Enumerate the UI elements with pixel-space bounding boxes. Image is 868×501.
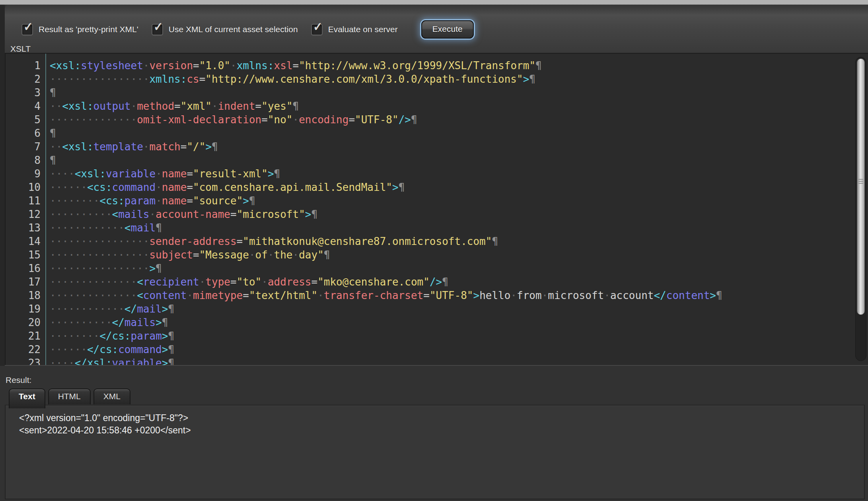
checkbox-option-2: ✓Use XML of current asset selection [152, 24, 298, 35]
checkbox-option-1: ✓Result as 'pretty-print XML' [21, 24, 138, 35]
code-text: ··············omit-xml-declaration="no"·… [45, 113, 417, 126]
line-number: 17 [6, 275, 45, 289]
code-text: ··············<recipient·type="to"·addre… [45, 275, 448, 289]
code-text: ¶ [45, 86, 56, 99]
line-number: 12 [6, 208, 45, 221]
line-number: 22 [6, 343, 45, 356]
toolbar-panel: ✓Result as 'pretty-print XML'✓Use XML of… [5, 4, 868, 53]
code-text: ····<xsl:variable·name="result-xml">¶ [45, 167, 280, 181]
checkbox[interactable]: ✓ [152, 24, 163, 35]
result-output-text: <?xml version="1.0" encoding="UTF-8"?><s… [6, 406, 864, 437]
code-line[interactable]: 20··········</mails>¶ [6, 316, 868, 329]
tab-xml[interactable]: XML [93, 388, 130, 404]
code-line[interactable]: 5··············omit-xml-declaration="no"… [6, 113, 868, 126]
result-panel: <?xml version="1.0" encoding="UTF-8"?><s… [5, 405, 865, 499]
code-line[interactable]: 14················sender-address="mithat… [6, 235, 868, 248]
line-number: 18 [6, 289, 45, 302]
line-number: 14 [6, 235, 45, 248]
checkbox-label: Result as 'pretty-print XML' [39, 25, 138, 34]
code-text: ················>¶ [45, 262, 162, 275]
checkbox-option-3: ✓Evaluate on server [311, 24, 398, 35]
result-section-label: Result: [6, 375, 31, 385]
line-number: 13 [6, 221, 45, 235]
line-number: 23 [6, 356, 45, 365]
code-text: ¶ [45, 153, 56, 167]
code-line[interactable]: 22······</cs:command>¶ [6, 343, 868, 356]
line-number: 9 [6, 167, 45, 181]
line-number: 10 [6, 181, 45, 194]
code-line[interactable]: 4··<xsl:output·method="xml"·indent="yes"… [6, 99, 868, 113]
line-number: 19 [6, 302, 45, 316]
window-top-edge [0, 0, 868, 5]
code-text: ¶ [45, 126, 56, 140]
code-text: ················subject="Message·of·the·… [45, 248, 330, 262]
line-number: 11 [6, 194, 45, 208]
checkbox-label: Use XML of current asset selection [169, 25, 298, 34]
tab-html[interactable]: HTML [48, 388, 91, 404]
line-number: 20 [6, 316, 45, 329]
line-number: 5 [6, 113, 45, 126]
xslt-section-label: XSLT [10, 44, 31, 54]
code-line[interactable]: 8¶ [6, 153, 868, 167]
line-number: 15 [6, 248, 45, 262]
editor-vertical-scrollbar[interactable] [855, 57, 866, 361]
code-line[interactable]: 9····<xsl:variable·name="result-xml">¶ [6, 167, 868, 181]
execute-button[interactable]: Execute [421, 20, 474, 39]
checkmark-icon: ✓ [313, 19, 323, 34]
code-line[interactable]: 15················subject="Message·of·th… [6, 248, 868, 262]
options-row: ✓Result as 'pretty-print XML'✓Use XML of… [21, 20, 474, 39]
line-number: 6 [6, 126, 45, 140]
code-line[interactable]: 6¶ [6, 126, 868, 140]
code-line[interactable]: 23····</xsl:variable>¶ [6, 356, 868, 365]
code-text: ··········</mails>¶ [45, 316, 168, 329]
line-number: 4 [6, 99, 45, 113]
xslt-code-editor[interactable]: 1<xsl:stylesheet·version="1.0"·xmlns:xsl… [5, 53, 868, 365]
line-number: 1 [6, 59, 45, 72]
window-left-margin [0, 0, 5, 366]
code-line[interactable]: 11········<cs:param·name="source">¶ [6, 194, 868, 208]
code-text: ················sender-address="mithatko… [45, 235, 498, 248]
code-line[interactable]: 1<xsl:stylesheet·version="1.0"·xmlns:xsl… [6, 59, 868, 72]
code-line[interactable]: 12··········<mails·account-name="microso… [6, 208, 868, 221]
code-text: ················xmlns:cs="http://www.cen… [45, 72, 535, 86]
code-text: ········<cs:param·name="source">¶ [45, 194, 255, 208]
code-line[interactable]: 18··············<content·mimetype="text/… [6, 289, 868, 302]
checkmark-icon: ✓ [23, 19, 33, 34]
line-number: 8 [6, 153, 45, 167]
checkbox[interactable]: ✓ [311, 24, 323, 35]
code-line[interactable]: 19············</mail>¶ [6, 302, 868, 316]
result-output-line: <sent>2022-04-20 15:58:46 +0200</sent> [19, 424, 860, 437]
code-text: <xsl:stylesheet·version="1.0"·xmlns:xsl=… [45, 59, 542, 72]
checkmark-icon: ✓ [154, 19, 163, 34]
code-text: ······<cs:command·name="com.censhare.api… [45, 181, 405, 194]
result-output-line: <?xml version="1.0" encoding="UTF-8"?> [19, 412, 860, 424]
code-text: ··········<mails·account-name="microsoft… [45, 208, 317, 221]
code-text: ······</cs:command>¶ [45, 343, 174, 356]
code-line[interactable]: 21········</cs:param>¶ [6, 329, 868, 343]
line-number: 3 [6, 86, 45, 99]
checkbox[interactable]: ✓ [21, 24, 33, 35]
checkbox-label: Evaluate on server [328, 25, 398, 34]
line-number: 7 [6, 140, 45, 153]
code-text: ············<mail¶ [45, 221, 162, 235]
line-number: 16 [6, 262, 45, 275]
code-text: ········</cs:param>¶ [45, 329, 174, 343]
code-line[interactable]: 13············<mail¶ [6, 221, 868, 235]
scrollbar-thumb[interactable] [857, 58, 865, 315]
code-line[interactable]: 10······<cs:command·name="com.censhare.a… [6, 181, 868, 194]
tab-text[interactable]: Text [9, 388, 45, 408]
code-line[interactable]: 2················xmlns:cs="http://www.ce… [6, 72, 868, 86]
code-text: ····</xsl:variable>¶ [45, 356, 174, 365]
code-line[interactable]: 7··<xsl:template·match="/">¶ [6, 140, 868, 153]
code-line[interactable]: 17··············<recipient·type="to"·add… [6, 275, 868, 289]
result-tabs: TextHTMLXML [9, 388, 133, 408]
code-line[interactable]: 3¶ [6, 86, 868, 99]
code-lines: 1<xsl:stylesheet·version="1.0"·xmlns:xsl… [6, 54, 868, 365]
scrollbar-grip-icon [858, 179, 863, 184]
line-number: 21 [6, 329, 45, 343]
line-number: 2 [6, 72, 45, 86]
code-line[interactable]: 16················>¶ [6, 262, 868, 275]
code-text: ··<xsl:output·method="xml"·indent="yes"¶ [45, 99, 299, 113]
code-text: ··············<content·mimetype="text/ht… [45, 289, 722, 302]
code-text: ··<xsl:template·match="/">¶ [45, 140, 218, 153]
